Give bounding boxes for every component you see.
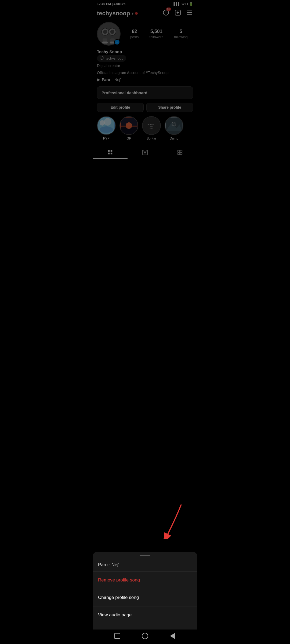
nav-back-button[interactable]	[169, 632, 176, 640]
sheet-handle[interactable]	[93, 552, 197, 558]
recent-apps-icon	[114, 633, 120, 639]
change-song-label: Change profile song	[98, 595, 139, 600]
nav-home-button[interactable]	[141, 632, 149, 640]
sheet-divider-3	[93, 606, 197, 606]
home-icon	[142, 633, 148, 639]
sheet-divider-2	[93, 589, 197, 589]
bottom-navigation	[93, 630, 197, 644]
remove-profile-song-option[interactable]: Remove profile song	[93, 573, 197, 588]
modal-overlay[interactable]	[93, 0, 197, 644]
handle-bar	[140, 555, 150, 556]
change-profile-song-option[interactable]: Change profile song	[93, 590, 197, 605]
view-audio-label: View audio page	[98, 612, 132, 617]
nav-recent-apps-button[interactable]	[114, 632, 121, 640]
sheet-divider-1	[93, 571, 197, 572]
remove-song-label: Remove profile song	[98, 577, 140, 583]
view-audio-page-option[interactable]: View audio page	[93, 608, 197, 623]
back-icon	[170, 633, 175, 639]
sheet-song-title: Paro · Nej'	[93, 558, 197, 570]
